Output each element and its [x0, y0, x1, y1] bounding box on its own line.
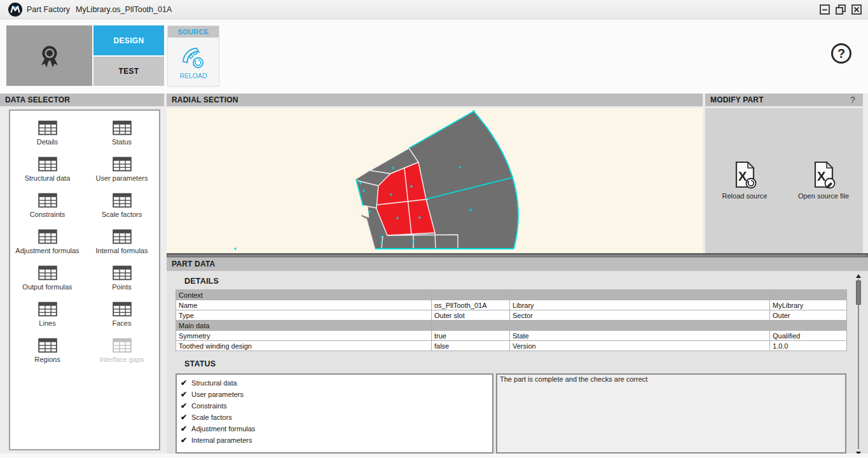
radial-section-drawing [167, 108, 703, 253]
ds-item-points[interactable]: Points [85, 262, 159, 298]
reload-sector-icon [180, 45, 207, 69]
table-icon [113, 302, 132, 317]
restore-icon[interactable] [836, 4, 846, 15]
table-row: Toothed winding design false Version 1.0… [176, 341, 847, 351]
reload-source-button[interactable]: X Reload source [706, 161, 783, 200]
close-icon[interactable] [851, 4, 862, 15]
modify-part-title: MODIFY PART [710, 95, 764, 104]
data-selector-header: DATA SELECTOR [0, 94, 164, 106]
status-check-item: ✔Internal parameters [181, 434, 488, 446]
ds-item-adjustment-formulas[interactable]: Adjustment formulas [10, 226, 85, 262]
vertical-scrollbar[interactable] [855, 273, 862, 455]
modify-part-header: MODIFY PART ? [705, 94, 863, 106]
bottom-strip [0, 454, 868, 458]
table-icon [113, 193, 132, 208]
help-icon: ? [837, 46, 845, 61]
status-check-item: ✔Adjustment formulas [181, 423, 488, 434]
ds-item-structural-data[interactable]: Structural data [10, 153, 85, 190]
ds-item-details[interactable]: Details [10, 117, 85, 153]
app-logo-icon [8, 3, 22, 17]
tab-design[interactable]: DESIGN [93, 25, 164, 55]
status-check-item: ✔Structural data [181, 377, 488, 389]
modify-part-help-icon[interactable]: ? [850, 94, 855, 106]
ds-item-regions[interactable]: Regions [10, 335, 85, 371]
table-icon [113, 156, 132, 172]
table-icon [113, 265, 132, 281]
ds-item-faces[interactable]: Faces [85, 298, 159, 335]
check-icon: ✔ [181, 413, 187, 422]
data-selector-panel: Details Status Structural data User para… [9, 109, 160, 450]
status-check-item: ✔Constraints [181, 400, 488, 412]
minimize-icon[interactable] [820, 4, 830, 15]
table-section-row: Context [176, 290, 847, 300]
document-title: MyLibrary.os_PllTooth_01A [76, 0, 172, 19]
table-row: Name os_PllTooth_01A Library MyLibrary [176, 300, 847, 310]
status-check-item: ✔Scale factors [181, 412, 488, 423]
table-row: Symmetry true State Qualified [176, 331, 847, 341]
table-icon [38, 193, 57, 208]
ds-item-lines[interactable]: Lines [10, 298, 85, 335]
excel-x-glyph: X [738, 169, 747, 183]
radial-section-header: RADIAL SECTION [167, 94, 703, 106]
reload-source-icon: X [732, 161, 757, 189]
ds-item-internal-formulas[interactable]: Internal formulas [85, 226, 159, 262]
status-title: STATUS [184, 359, 216, 368]
status-message-box: The part is complete and the checks are … [496, 373, 846, 454]
open-source-file-icon: X [811, 161, 836, 189]
table-icon [38, 302, 57, 317]
reload-button[interactable]: RELOAD [168, 38, 219, 87]
check-icon: ✔ [181, 401, 187, 410]
open-source-file-button[interactable]: X Open source file [785, 161, 862, 200]
source-group-title: SOURCE [168, 26, 219, 38]
check-icon: ✔ [181, 378, 187, 387]
details-table: Context Name os_PllTooth_01A Library MyL… [176, 289, 847, 351]
window-controls [820, 4, 862, 15]
reload-button-label: RELOAD [179, 72, 207, 80]
check-icon: ✔ [181, 424, 187, 433]
ds-item-user-parameters[interactable]: User parameters [85, 153, 159, 190]
ds-item-constraints[interactable]: Constraints [10, 190, 85, 226]
ds-item-interface-gaps: Interface gaps [85, 335, 159, 371]
award-medal-icon [36, 43, 63, 69]
scroll-up-arrow[interactable] [856, 274, 861, 278]
scrollbar-thumb[interactable] [856, 281, 861, 305]
horizontal-splitter[interactable] [167, 253, 868, 258]
modify-part-panel: X Reload source X Open source file [705, 108, 863, 253]
status-checklist: ✔Structural data ✔User parameters ✔Const… [176, 373, 493, 454]
part-data-body: DETAILS Context Name os_PllTooth_01A Lib… [167, 271, 868, 454]
part-data-header: PART DATA [167, 258, 868, 271]
table-icon [38, 229, 57, 244]
status-check-item: ✔User parameters [181, 389, 488, 400]
toolbar: DESIGN TEST SOURCE RELOAD ? [0, 20, 868, 94]
ds-item-status[interactable]: Status [85, 117, 159, 153]
check-icon: ✔ [181, 436, 187, 445]
qualification-badge-button[interactable] [6, 25, 92, 86]
ds-item-scale-factors[interactable]: Scale factors [85, 190, 159, 226]
table-icon [113, 120, 132, 135]
source-group: SOURCE RELOAD [167, 25, 219, 87]
check-icon: ✔ [181, 390, 187, 399]
table-icon [38, 156, 57, 172]
table-icon [113, 229, 132, 244]
table-section-row: Main data [176, 321, 847, 331]
titlebar: Part Factory MyLibrary.os_PllTooth_01A [0, 0, 868, 19]
app-name: Part Factory [27, 0, 70, 19]
table-icon [38, 265, 57, 281]
table-icon [38, 120, 57, 135]
table-icon [113, 338, 132, 353]
ds-item-output-formulas[interactable]: Output formulas [10, 262, 85, 298]
table-icon [38, 338, 57, 353]
help-button[interactable]: ? [831, 43, 851, 64]
tab-test[interactable]: TEST [93, 57, 164, 86]
excel-x-glyph: X [817, 169, 826, 183]
part-factory-window: Part Factory MyLibrary.os_PllTooth_01A [0, 0, 868, 458]
table-row: Type Outer slot Sector Outer [176, 310, 847, 321]
scrollbar-track[interactable] [858, 279, 859, 449]
radial-section-canvas[interactable] [167, 108, 703, 253]
details-title: DETAILS [184, 277, 219, 286]
